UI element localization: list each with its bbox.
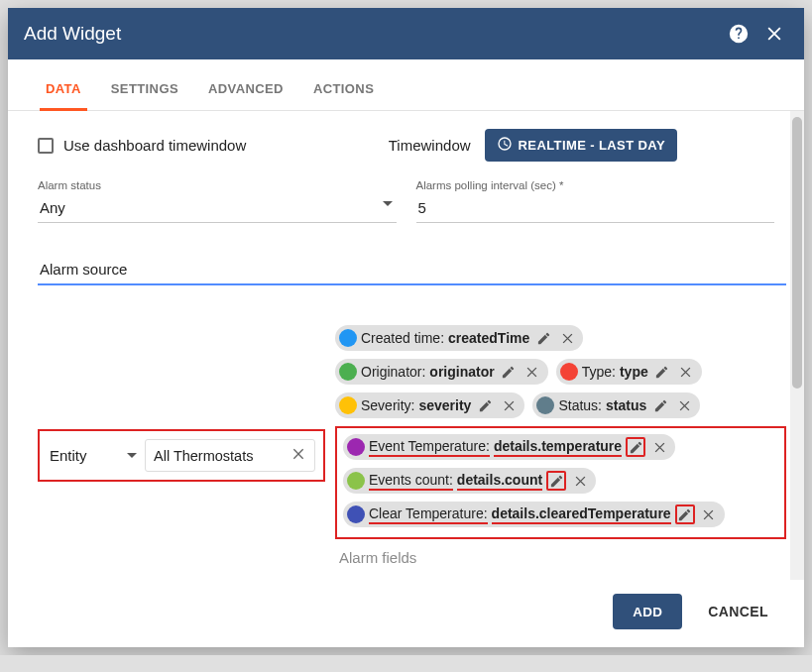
field-chip-originator[interactable]: Originator: originator xyxy=(335,359,548,385)
alarm-status-select[interactable] xyxy=(38,195,397,223)
field-chip-type[interactable]: Type: type xyxy=(556,359,702,385)
add-widget-dialog: Add Widget DATA SETTINGS ADVANCED ACTION… xyxy=(8,8,804,647)
entity-alias-value: All Thermostats xyxy=(154,448,253,464)
field-chip-created[interactable]: Created time: createdTime xyxy=(335,325,583,351)
chip-value: originator xyxy=(429,364,494,380)
field-chip-clear-temperature[interactable]: Clear Temperature: details.clearedTemper… xyxy=(343,502,725,527)
realtime-button[interactable]: REALTIME - LAST DAY xyxy=(485,129,677,162)
alarm-source-input[interactable] xyxy=(38,259,786,285)
chip-value: type xyxy=(620,364,648,380)
chip-value: details.count xyxy=(457,472,542,491)
color-dot xyxy=(339,363,357,381)
chevron-down-icon xyxy=(383,201,393,206)
edit-icon[interactable] xyxy=(546,471,566,491)
help-icon[interactable] xyxy=(725,20,753,48)
chip-label: Severity: xyxy=(361,397,414,413)
chip-label: Originator: xyxy=(361,364,425,380)
chip-value: status xyxy=(606,397,646,413)
field-chip-event-temperature[interactable]: Event Temperature: details.temperature xyxy=(343,434,675,460)
polling-interval-input[interactable] xyxy=(416,195,775,223)
tab-actions[interactable]: ACTIONS xyxy=(307,67,380,111)
remove-icon[interactable] xyxy=(649,437,669,457)
edit-icon[interactable] xyxy=(652,362,672,382)
realtime-button-label: REALTIME - LAST DAY xyxy=(519,138,665,153)
entity-alias-group: Entity All Thermostats xyxy=(38,429,325,482)
edit-icon[interactable] xyxy=(499,362,519,382)
chip-label: Clear Temperature: xyxy=(369,505,488,524)
chip-value: details.clearedTemperature xyxy=(492,505,671,524)
remove-icon[interactable] xyxy=(522,362,542,382)
tab-advanced[interactable]: ADVANCED xyxy=(202,67,290,111)
dialog-title: Add Widget xyxy=(24,23,717,45)
remove-icon[interactable] xyxy=(699,504,719,524)
clock-icon xyxy=(497,136,513,155)
scroll-thumb[interactable] xyxy=(792,117,802,389)
color-dot xyxy=(339,396,357,414)
chip-label: Events count: xyxy=(369,472,453,491)
tab-data[interactable]: DATA xyxy=(40,67,87,111)
clear-icon[interactable] xyxy=(290,446,306,465)
alarm-status-label: Alarm status xyxy=(38,179,397,191)
edit-icon[interactable] xyxy=(650,395,670,415)
checkbox-icon[interactable] xyxy=(38,138,54,154)
dialog-titlebar: Add Widget xyxy=(8,8,804,59)
dialog-content: Use dashboard timewindow Timewindow REAL… xyxy=(8,111,804,580)
color-dot xyxy=(536,396,554,414)
entity-alias-input[interactable]: All Thermostats xyxy=(145,439,315,472)
edit-icon[interactable] xyxy=(533,328,553,348)
alarm-fields-input[interactable]: Alarm fields xyxy=(335,539,786,568)
color-dot xyxy=(347,505,365,523)
chip-label: Type: xyxy=(582,364,616,380)
edit-icon[interactable] xyxy=(675,504,695,524)
remove-icon[interactable] xyxy=(674,395,694,415)
chip-value: details.temperature xyxy=(494,438,622,457)
timewindow-label: Timewindow xyxy=(389,137,471,154)
dialog-footer: ADD CANCEL xyxy=(8,580,804,647)
chip-value: severity xyxy=(418,397,471,413)
remove-icon[interactable] xyxy=(570,471,590,491)
field-chip-events-count[interactable]: Events count: details.count xyxy=(343,468,596,494)
field-chip-status[interactable]: Status: status xyxy=(532,392,700,418)
remove-icon[interactable] xyxy=(557,328,577,348)
field-chip-severity[interactable]: Severity: severity xyxy=(335,392,524,418)
use-dashboard-timewindow-label: Use dashboard timewindow xyxy=(63,137,246,154)
remove-icon[interactable] xyxy=(676,362,696,382)
custom-fields-group: Event Temperature: details.temperature E… xyxy=(335,426,786,539)
add-button[interactable]: ADD xyxy=(613,594,682,629)
close-icon[interactable] xyxy=(760,20,788,48)
edit-icon[interactable] xyxy=(475,395,495,415)
color-dot xyxy=(339,329,357,347)
polling-interval-label: Alarms polling interval (sec) * xyxy=(416,179,775,191)
color-dot xyxy=(560,363,578,381)
chip-label: Status: xyxy=(558,397,602,413)
tab-settings[interactable]: SETTINGS xyxy=(105,67,184,111)
tabs: DATA SETTINGS ADVANCED ACTIONS xyxy=(8,67,804,111)
vertical-scrollbar[interactable] xyxy=(790,111,804,580)
chip-label: Event Temperature: xyxy=(369,438,490,457)
cancel-button[interactable]: CANCEL xyxy=(700,594,776,629)
chip-label: Created time: xyxy=(361,330,444,346)
color-dot xyxy=(347,438,365,456)
entity-type-select[interactable]: Entity xyxy=(48,439,139,472)
entity-type-value: Entity xyxy=(50,447,87,464)
chip-value: createdTime xyxy=(448,330,529,346)
use-dashboard-timewindow[interactable]: Use dashboard timewindow xyxy=(38,137,246,154)
remove-icon[interactable] xyxy=(499,395,519,415)
color-dot xyxy=(347,472,365,490)
chevron-down-icon xyxy=(127,453,137,458)
edit-icon[interactable] xyxy=(626,437,645,457)
